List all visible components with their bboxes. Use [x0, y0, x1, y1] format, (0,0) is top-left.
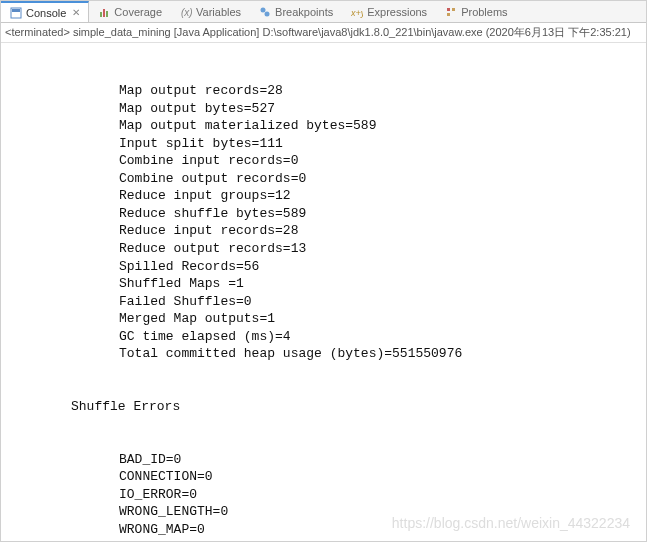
mapreduce-counters: Map output records=28Map output bytes=52…: [1, 82, 646, 363]
process-status-line: <terminated> simple_data_mining [Java Ap…: [1, 23, 646, 43]
tab-label: Console: [26, 7, 66, 19]
problems-icon: [444, 5, 457, 18]
status-terminated: <terminated>: [5, 26, 70, 38]
tab-console[interactable]: Console ✕: [1, 1, 89, 22]
svg-rect-1: [12, 9, 20, 12]
status-timestamp: (2020年6月13日 下午2:35:21): [486, 26, 631, 38]
tab-label: Breakpoints: [275, 6, 333, 18]
expressions-icon: x+y: [350, 5, 363, 18]
tab-expressions[interactable]: x+y Expressions: [342, 1, 436, 22]
tab-coverage[interactable]: Coverage: [89, 1, 171, 22]
output-line: CONNECTION=0: [1, 468, 646, 486]
svg-rect-2: [100, 12, 102, 17]
output-line: Input split bytes=111: [1, 135, 646, 153]
status-exec-path: D:\software\java8\jdk1.8.0_221\bin\javaw…: [262, 26, 482, 38]
status-run-type: [Java Application]: [174, 26, 260, 38]
output-line: WRONG_LENGTH=0: [1, 503, 646, 521]
coverage-icon: [97, 5, 110, 18]
status-app-name: simple_data_mining: [73, 26, 171, 38]
svg-point-6: [260, 7, 265, 12]
svg-rect-9: [447, 8, 450, 11]
tab-breakpoints[interactable]: Breakpoints: [250, 1, 342, 22]
output-line: Map output records=28: [1, 82, 646, 100]
output-line: Reduce output records=13: [1, 240, 646, 258]
svg-point-7: [264, 11, 269, 16]
tab-label: Problems: [461, 6, 507, 18]
console-output[interactable]: Map output records=28Map output bytes=52…: [1, 43, 646, 542]
svg-rect-3: [103, 9, 105, 17]
output-line: Map output materialized bytes=589: [1, 117, 646, 135]
tab-label: Coverage: [114, 6, 162, 18]
output-line: WRONG_REDUCE=0: [1, 538, 646, 542]
output-line: Reduce shuffle bytes=589: [1, 205, 646, 223]
svg-text:x+y: x+y: [351, 8, 363, 18]
output-line: IO_ERROR=0: [1, 486, 646, 504]
output-line: Total committed heap usage (bytes)=55155…: [1, 345, 646, 363]
output-line: Failed Shuffles=0: [1, 293, 646, 311]
svg-rect-10: [452, 8, 455, 11]
output-line: GC time elapsed (ms)=4: [1, 328, 646, 346]
breakpoints-icon: [258, 5, 271, 18]
close-icon[interactable]: ✕: [72, 7, 80, 18]
svg-rect-4: [106, 11, 108, 17]
output-line: WRONG_MAP=0: [1, 521, 646, 539]
output-line: Combine output records=0: [1, 170, 646, 188]
tab-label: Variables: [196, 6, 241, 18]
output-line: Merged Map outputs=1: [1, 310, 646, 328]
shuffle-errors-list: BAD_ID=0CONNECTION=0IO_ERROR=0WRONG_LENG…: [1, 451, 646, 542]
variables-icon: (x): [179, 5, 192, 18]
tab-problems[interactable]: Problems: [436, 1, 516, 22]
output-line: Combine input records=0: [1, 152, 646, 170]
output-line: Reduce input groups=12: [1, 187, 646, 205]
tab-variables[interactable]: (x) Variables: [171, 1, 250, 22]
tab-label: Expressions: [367, 6, 427, 18]
output-line: Map output bytes=527: [1, 100, 646, 118]
view-tabbar: Console ✕ Coverage (x) Variables Breakpo…: [1, 1, 646, 23]
output-line: BAD_ID=0: [1, 451, 646, 469]
output-line: Spilled Records=56: [1, 258, 646, 276]
svg-rect-11: [447, 13, 450, 16]
output-line: Shuffled Maps =1: [1, 275, 646, 293]
svg-text:(x): (x): [181, 7, 192, 18]
console-icon: [9, 6, 22, 19]
shuffle-errors-header: Shuffle Errors: [1, 398, 646, 416]
output-line: Reduce input records=28: [1, 222, 646, 240]
